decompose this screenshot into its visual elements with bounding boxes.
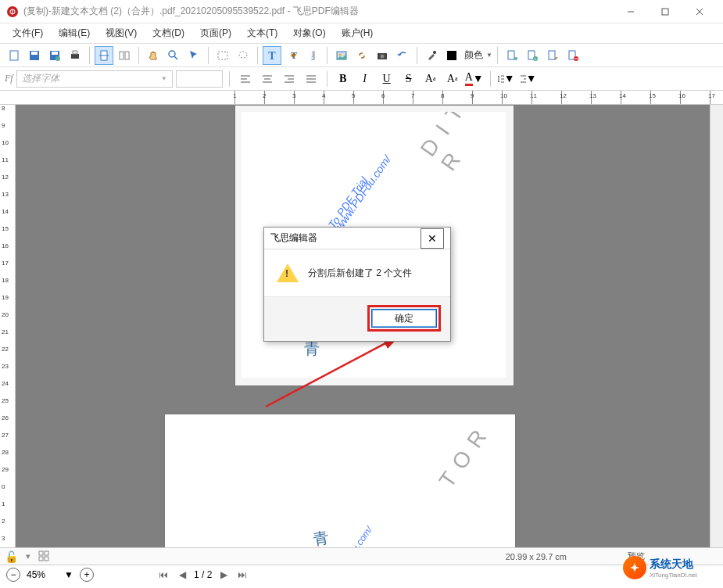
svg-rect-17: [125, 52, 129, 59]
title-bar: Φ (复制)-新建文本文档 (2)（合并）.pdf_20210205095539…: [0, 0, 723, 23]
rect-select-icon[interactable]: [213, 46, 232, 65]
image-tool-icon[interactable]: [332, 46, 351, 65]
page-2: T O R PDFdu.com/ DF Trial 青: [164, 414, 516, 547]
text-tool-icon[interactable]: T: [263, 46, 281, 65]
svg-rect-33: [508, 51, 514, 59]
svg-rect-12: [71, 54, 79, 59]
font-size-select[interactable]: [176, 70, 223, 88]
first-page-button[interactable]: ⏮: [156, 569, 170, 580]
line-spacing-icon[interactable]: ▼: [497, 70, 516, 88]
page-delete-icon[interactable]: [564, 46, 582, 65]
lock-icon[interactable]: 🔓: [5, 550, 18, 563]
watermark-char-2: 青: [312, 526, 331, 547]
svg-rect-63: [45, 557, 48, 561]
svg-point-30: [381, 54, 385, 58]
svg-rect-16: [120, 52, 123, 59]
print-icon[interactable]: [66, 46, 84, 65]
menu-bar: 文件(F) 编辑(E) 视图(V) 文档(D) 页面(P) 文本(T) 对象(O…: [0, 23, 723, 44]
indent-icon[interactable]: ▼: [519, 70, 538, 88]
svg-line-19: [174, 56, 177, 59]
zoom-value[interactable]: 45%: [27, 569, 58, 580]
menu-account[interactable]: 账户(H): [335, 24, 380, 42]
undo-icon[interactable]: [393, 46, 412, 65]
close-button[interactable]: [682, 0, 717, 23]
strikethrough-icon[interactable]: S: [399, 70, 418, 88]
svg-rect-37: [549, 51, 555, 59]
zoom-icon[interactable]: [164, 46, 183, 65]
svg-rect-8: [31, 52, 38, 55]
select-icon[interactable]: [184, 46, 203, 65]
bottom-bar: − 45% ▼ + ⏮ ◀ 1 / 2 ▶ ⏭: [0, 565, 723, 583]
hand-icon[interactable]: [144, 46, 163, 65]
color-dropdown-icon[interactable]: ▼: [486, 52, 492, 59]
window-title: (复制)-新建文本文档 (2)（合并）.pdf_2021020509553952…: [23, 5, 614, 18]
watermark-url-2: PDFdu.com/: [335, 525, 374, 547]
menu-page[interactable]: 页面(P): [194, 24, 238, 42]
svg-rect-3: [662, 9, 668, 15]
maximize-button[interactable]: [648, 0, 682, 23]
dialog-close-button[interactable]: ✕: [421, 228, 444, 249]
vertical-text-icon[interactable]: 12: [303, 46, 322, 65]
app-icon: Φ: [6, 5, 19, 18]
svg-rect-61: [45, 551, 48, 555]
text-color-icon[interactable]: A▼: [465, 70, 484, 88]
menu-edit[interactable]: 编辑(E): [52, 24, 96, 42]
text-edit-icon[interactable]: T: [283, 46, 302, 65]
zoom-out-button[interactable]: −: [6, 568, 20, 582]
svg-rect-20: [218, 52, 227, 59]
logo-badge-icon: ✦: [623, 556, 646, 579]
menu-file[interactable]: 文件(F): [6, 24, 49, 42]
dialog-message: 分割后新创建了 2 个文件: [308, 267, 412, 280]
color-swatch-icon[interactable]: [442, 46, 461, 65]
page-insert-icon[interactable]: [503, 46, 521, 65]
svg-point-21: [239, 52, 247, 58]
status-bar: 🔓 ▾ 20.99 x 29.7 cm 预览: [0, 547, 723, 565]
svg-rect-62: [39, 557, 43, 561]
font-family-icon: Ff: [5, 73, 13, 84]
align-left-icon[interactable]: [236, 70, 255, 88]
superscript-icon[interactable]: Aa: [421, 70, 440, 88]
menu-view[interactable]: 视图(V): [99, 24, 143, 42]
page-add-icon[interactable]: +: [523, 46, 542, 65]
horizontal-ruler: 1234567891011121314151617181920: [0, 91, 723, 105]
menu-object[interactable]: 对象(O): [287, 24, 331, 42]
align-center-icon[interactable]: [258, 70, 277, 88]
subscript-icon[interactable]: Aa: [443, 70, 462, 88]
zoom-dropdown-icon[interactable]: ▼: [64, 569, 73, 580]
format-toolbar: Ff 选择字体▼ B I U S Aa Aa A▼ ▼ ▼: [0, 67, 723, 91]
watermark-char: 青: [304, 339, 320, 360]
bold-icon[interactable]: B: [334, 70, 353, 88]
svg-point-31: [433, 51, 436, 54]
lasso-icon[interactable]: [234, 46, 252, 65]
align-right-icon[interactable]: [280, 70, 299, 88]
svg-rect-32: [447, 51, 456, 60]
main-toolbar: T T 12 颜色 ▼ +: [0, 44, 723, 67]
grid-icon[interactable]: [38, 550, 49, 563]
alert-dialog: 飞思编辑器 ✕ 分割后新创建了 2 个文件 确定: [263, 227, 451, 342]
vertical-scrollbar[interactable]: [710, 105, 723, 547]
next-page-button[interactable]: ▶: [217, 569, 231, 580]
font-select[interactable]: 选择字体▼: [16, 70, 173, 88]
eyedropper-icon[interactable]: [422, 46, 441, 65]
save-as-icon[interactable]: [45, 46, 64, 65]
menu-text[interactable]: 文本(T): [241, 24, 284, 42]
prev-page-button[interactable]: ◀: [175, 569, 189, 580]
page-mode-icon[interactable]: [95, 46, 113, 65]
last-page-button[interactable]: ⏭: [235, 569, 249, 580]
menu-document[interactable]: 文档(D): [146, 24, 191, 42]
new-icon[interactable]: [5, 46, 23, 65]
spread-mode-icon[interactable]: [115, 46, 134, 65]
svg-point-28: [339, 53, 342, 56]
align-justify-icon[interactable]: [302, 70, 320, 88]
page-indicator[interactable]: 1 / 2: [194, 569, 212, 580]
underline-icon[interactable]: U: [378, 70, 396, 88]
italic-icon[interactable]: I: [356, 70, 374, 88]
link-tool-icon[interactable]: [353, 46, 371, 65]
zoom-in-button[interactable]: +: [80, 568, 94, 582]
camera-icon[interactable]: [373, 46, 392, 65]
save-icon[interactable]: [25, 46, 44, 65]
warning-icon: [277, 264, 299, 282]
minimize-button[interactable]: [614, 0, 648, 23]
page-extract-icon[interactable]: [543, 46, 562, 65]
ok-button[interactable]: 确定: [371, 309, 437, 328]
